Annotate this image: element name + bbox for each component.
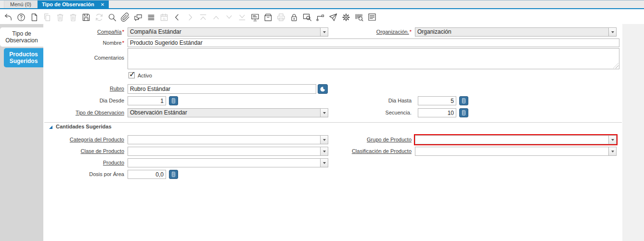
organizacion-label[interactable]: Organización.*: [331, 29, 412, 35]
tab-menu-label: Menú (0): [10, 1, 31, 7]
secuencia-input[interactable]: [418, 108, 456, 117]
record-search-button[interactable]: [318, 84, 328, 94]
categoria-del-producto-value: [128, 136, 320, 144]
calculator-button[interactable]: [459, 96, 468, 105]
rubro-input[interactable]: [128, 84, 316, 94]
tab-menu[interactable]: Menú (0): [4, 0, 38, 8]
attachment-icon[interactable]: [120, 13, 130, 22]
search-icon: [320, 86, 326, 92]
print-icon: [276, 13, 286, 22]
next-record-icon: [224, 13, 234, 22]
tipo-de-observacion-combobox[interactable]: Observación Estándar: [128, 108, 328, 117]
nombre-label: Nombre*: [43, 40, 124, 46]
sidebar-tab-label-line: Productos: [4, 51, 43, 58]
nombre-input[interactable]: [128, 38, 619, 47]
dropdown-button[interactable]: [608, 136, 616, 144]
undo-icon[interactable]: [3, 13, 13, 22]
chevron-down-icon: [323, 31, 326, 33]
sidebar-tab-label-line: Observacion: [0, 37, 43, 44]
compania-combobox[interactable]: Compañía Estándar: [128, 27, 328, 37]
checkmark-icon: ✓: [129, 70, 135, 79]
section-separator: [44, 122, 622, 123]
sidebar-tab-productos-sugeridos[interactable]: Productos Sugeridos: [4, 48, 43, 67]
dropdown-button[interactable]: [320, 28, 328, 36]
close-icon[interactable]: ✕: [101, 2, 104, 7]
product-info-icon[interactable]: [354, 13, 364, 22]
comentarios-field: [128, 48, 619, 69]
save-icon[interactable]: [81, 13, 91, 22]
calculator-button[interactable]: [459, 108, 468, 117]
chevron-down-icon: [323, 162, 326, 164]
dropdown-button[interactable]: [320, 136, 328, 144]
comentarios-textarea[interactable]: [128, 48, 619, 69]
delete-record-icon: [55, 13, 65, 22]
find-icon[interactable]: [107, 13, 117, 22]
archive-icon[interactable]: [263, 13, 273, 22]
grupo-de-producto-label[interactable]: Grupo de Producto: [331, 137, 412, 143]
report-window-icon[interactable]: [367, 13, 377, 22]
section-collapse-icon[interactable]: [49, 126, 52, 129]
calculator-button[interactable]: [169, 96, 178, 105]
dropdown-button[interactable]: [608, 147, 616, 155]
form-content: Compañía* Compañía Estándar Organización…: [43, 24, 644, 241]
dia-hasta-label: Dia Hasta: [331, 98, 412, 104]
categoria-del-producto-combobox[interactable]: [128, 135, 328, 144]
grupo-de-producto-combobox[interactable]: [415, 135, 617, 144]
tipo-de-observacion-label[interactable]: Tipo de Observacion: [43, 110, 124, 116]
new-record-icon[interactable]: [29, 13, 39, 22]
compania-label[interactable]: Compañía*: [43, 29, 124, 35]
zoom-across-icon[interactable]: [302, 13, 312, 22]
dosis-por-area-input[interactable]: [128, 170, 166, 179]
chat-icon[interactable]: [133, 13, 143, 22]
delete-selection-icon: [68, 13, 78, 22]
compania-value: Compañía Estándar: [128, 28, 320, 36]
calculator-button[interactable]: [169, 170, 178, 179]
clase-de-producto-combobox[interactable]: [128, 147, 328, 156]
clasificacion-de-producto-combobox[interactable]: [415, 147, 617, 156]
rubro-label[interactable]: Rubro: [43, 86, 124, 92]
dropdown-button[interactable]: [320, 109, 328, 117]
secuencia-label: Secuencia.: [331, 110, 412, 116]
help-icon[interactable]: [16, 13, 26, 22]
last-record-icon: [237, 13, 247, 22]
chevron-down-icon: [611, 31, 614, 33]
grid-toggle-icon[interactable]: [146, 13, 156, 22]
workflow-icon[interactable]: [315, 13, 325, 22]
dropdown-button[interactable]: [320, 159, 328, 167]
send-request-icon[interactable]: [328, 13, 338, 22]
toolbar: [0, 10, 644, 24]
dropdown-button[interactable]: [608, 28, 616, 36]
organizacion-value: Organización: [415, 28, 608, 36]
activo-checkbox[interactable]: ✓: [129, 72, 135, 78]
chevron-down-icon: [323, 139, 326, 141]
clasificacion-de-producto-label[interactable]: Clasificación de Producto: [331, 148, 412, 154]
parent-record-icon[interactable]: [172, 13, 182, 22]
clasificacion-de-producto-value: [415, 147, 608, 155]
sidebar-tab-tipo-de-observacion[interactable]: Tipo de Observacion: [0, 27, 43, 47]
dia-hasta-input[interactable]: [418, 96, 456, 105]
sidebar: Tipo de Observacion Productos Sugeridos: [0, 24, 43, 241]
content-right-margin: [622, 24, 644, 241]
producto-label[interactable]: Producto: [43, 160, 124, 166]
categoria-del-producto-label[interactable]: Categoría del Producto: [43, 137, 124, 143]
detail-record-icon: [185, 13, 195, 22]
dia-desde-input[interactable]: [128, 96, 166, 105]
dropdown-button[interactable]: [320, 147, 328, 155]
tab-tipo-de-observacion[interactable]: Tipo de Observación ✕: [38, 0, 109, 8]
dosis-por-area-label: Dosis por Área: [43, 171, 124, 178]
chevron-down-icon: [323, 151, 326, 152]
clase-de-producto-value: [128, 147, 320, 155]
sidebar-tab-label-line: Sugeridos: [4, 58, 43, 64]
report-icon[interactable]: [250, 13, 260, 22]
clase-de-producto-label[interactable]: Clase de Producto: [43, 148, 124, 154]
lock-icon[interactable]: [289, 13, 299, 22]
organizacion-combobox[interactable]: Organización: [415, 27, 617, 37]
first-record-icon: [198, 13, 208, 22]
calculator-icon: [170, 98, 177, 104]
calculator-icon: [461, 110, 467, 116]
section-title: Cantidades Sugeridas: [56, 124, 112, 129]
chevron-down-icon: [611, 151, 614, 152]
preference-icon[interactable]: [341, 13, 351, 22]
window-tab-bar: Menú (0) Tipo de Observación ✕: [0, 0, 644, 9]
producto-combobox[interactable]: [128, 158, 328, 167]
